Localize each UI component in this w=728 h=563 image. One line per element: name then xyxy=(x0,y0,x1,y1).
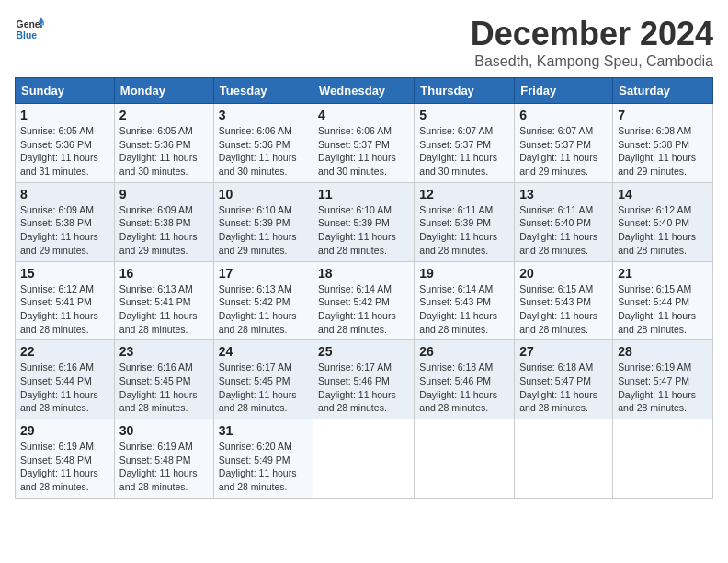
calendar-week-row: 29Sunrise: 6:19 AMSunset: 5:48 PMDayligh… xyxy=(16,419,713,499)
calendar-cell xyxy=(313,419,415,499)
day-number: 27 xyxy=(519,344,608,359)
calendar-cell: 6Sunrise: 6:07 AMSunset: 5:37 PMDaylight… xyxy=(515,104,613,183)
day-info: Sunrise: 6:12 AMSunset: 5:40 PMDaylight:… xyxy=(618,203,708,258)
calendar-week-row: 1Sunrise: 6:05 AMSunset: 5:36 PMDaylight… xyxy=(16,104,713,183)
calendar-cell: 24Sunrise: 6:17 AMSunset: 5:45 PMDayligh… xyxy=(213,340,313,419)
day-number: 23 xyxy=(119,344,209,359)
day-info: Sunrise: 6:07 AMSunset: 5:37 PMDaylight:… xyxy=(519,124,608,178)
calendar-week-row: 22Sunrise: 6:16 AMSunset: 5:44 PMDayligh… xyxy=(16,340,713,419)
day-header-monday: Monday xyxy=(114,78,213,104)
day-info: Sunrise: 6:05 AMSunset: 5:36 PMDaylight:… xyxy=(20,124,109,178)
calendar-cell: 13Sunrise: 6:11 AMSunset: 5:40 PMDayligh… xyxy=(515,182,613,261)
day-number: 3 xyxy=(219,108,308,122)
day-number: 11 xyxy=(318,187,409,201)
day-info: Sunrise: 6:09 AMSunset: 5:38 PMDaylight:… xyxy=(119,203,209,258)
page-header: General Blue December 2024 Basedth, Kamp… xyxy=(15,15,713,70)
calendar-cell: 31Sunrise: 6:20 AMSunset: 5:49 PMDayligh… xyxy=(213,419,313,499)
day-info: Sunrise: 6:11 AMSunset: 5:39 PMDaylight:… xyxy=(419,203,509,258)
calendar-cell: 10Sunrise: 6:10 AMSunset: 5:39 PMDayligh… xyxy=(213,182,313,261)
day-number: 21 xyxy=(618,266,708,281)
svg-text:Blue: Blue xyxy=(17,30,38,40)
calendar-cell: 20Sunrise: 6:15 AMSunset: 5:43 PMDayligh… xyxy=(515,261,613,340)
calendar-cell: 19Sunrise: 6:14 AMSunset: 5:43 PMDayligh… xyxy=(415,261,515,340)
day-info: Sunrise: 6:19 AMSunset: 5:48 PMDaylight:… xyxy=(20,440,109,494)
day-number: 16 xyxy=(119,266,209,281)
day-info: Sunrise: 6:20 AMSunset: 5:49 PMDaylight:… xyxy=(219,440,308,494)
calendar-cell: 4Sunrise: 6:06 AMSunset: 5:37 PMDaylight… xyxy=(313,104,415,183)
day-number: 1 xyxy=(20,108,109,122)
day-number: 15 xyxy=(20,266,109,281)
day-info: Sunrise: 6:08 AMSunset: 5:38 PMDaylight:… xyxy=(618,124,708,178)
day-info: Sunrise: 6:11 AMSunset: 5:40 PMDaylight:… xyxy=(519,203,608,258)
calendar-cell: 25Sunrise: 6:17 AMSunset: 5:46 PMDayligh… xyxy=(313,340,415,419)
calendar-cell: 23Sunrise: 6:16 AMSunset: 5:45 PMDayligh… xyxy=(114,340,213,419)
calendar-cell: 8Sunrise: 6:09 AMSunset: 5:38 PMDaylight… xyxy=(16,182,115,261)
calendar-cell: 15Sunrise: 6:12 AMSunset: 5:41 PMDayligh… xyxy=(16,261,115,340)
day-header-tuesday: Tuesday xyxy=(213,78,313,104)
day-number: 2 xyxy=(119,108,209,122)
day-number: 29 xyxy=(20,423,109,438)
day-header-wednesday: Wednesday xyxy=(313,78,415,104)
day-number: 18 xyxy=(318,266,409,281)
day-number: 8 xyxy=(20,187,109,201)
day-info: Sunrise: 6:10 AMSunset: 5:39 PMDaylight:… xyxy=(318,203,409,258)
calendar-cell: 27Sunrise: 6:18 AMSunset: 5:47 PMDayligh… xyxy=(515,340,613,419)
calendar-cell: 30Sunrise: 6:19 AMSunset: 5:48 PMDayligh… xyxy=(114,419,213,499)
day-number: 9 xyxy=(119,187,209,201)
calendar-cell: 21Sunrise: 6:15 AMSunset: 5:44 PMDayligh… xyxy=(613,261,713,340)
day-info: Sunrise: 6:18 AMSunset: 5:46 PMDaylight:… xyxy=(419,361,509,415)
day-info: Sunrise: 6:14 AMSunset: 5:42 PMDaylight:… xyxy=(318,282,409,337)
title-block: December 2024 Basedth, Kampong Speu, Cam… xyxy=(471,15,713,70)
calendar-cell xyxy=(415,419,515,499)
location-title: Basedth, Kampong Speu, Cambodia xyxy=(471,53,713,70)
calendar-cell: 2Sunrise: 6:05 AMSunset: 5:36 PMDaylight… xyxy=(114,104,213,183)
logo-icon: General Blue xyxy=(15,15,44,44)
day-info: Sunrise: 6:17 AMSunset: 5:46 PMDaylight:… xyxy=(318,361,409,415)
day-info: Sunrise: 6:16 AMSunset: 5:44 PMDaylight:… xyxy=(20,361,109,415)
calendar-cell: 17Sunrise: 6:13 AMSunset: 5:42 PMDayligh… xyxy=(213,261,313,340)
calendar-cell: 26Sunrise: 6:18 AMSunset: 5:46 PMDayligh… xyxy=(415,340,515,419)
day-info: Sunrise: 6:13 AMSunset: 5:41 PMDaylight:… xyxy=(119,282,209,337)
calendar-cell xyxy=(515,419,613,499)
day-number: 20 xyxy=(519,266,608,281)
calendar-cell: 29Sunrise: 6:19 AMSunset: 5:48 PMDayligh… xyxy=(16,419,115,499)
day-info: Sunrise: 6:14 AMSunset: 5:43 PMDaylight:… xyxy=(419,282,509,337)
day-header-sunday: Sunday xyxy=(16,78,115,104)
day-info: Sunrise: 6:17 AMSunset: 5:45 PMDaylight:… xyxy=(219,361,308,415)
day-info: Sunrise: 6:16 AMSunset: 5:45 PMDaylight:… xyxy=(119,361,209,415)
day-info: Sunrise: 6:05 AMSunset: 5:36 PMDaylight:… xyxy=(119,124,209,178)
day-number: 13 xyxy=(519,187,608,201)
day-number: 25 xyxy=(318,344,409,359)
day-number: 24 xyxy=(219,344,308,359)
calendar-table: SundayMondayTuesdayWednesdayThursdayFrid… xyxy=(15,77,713,499)
day-info: Sunrise: 6:09 AMSunset: 5:38 PMDaylight:… xyxy=(20,203,109,258)
day-header-thursday: Thursday xyxy=(415,78,515,104)
day-number: 5 xyxy=(419,108,509,122)
calendar-cell: 9Sunrise: 6:09 AMSunset: 5:38 PMDaylight… xyxy=(114,182,213,261)
calendar-week-row: 15Sunrise: 6:12 AMSunset: 5:41 PMDayligh… xyxy=(16,261,713,340)
day-number: 17 xyxy=(219,266,308,281)
month-title: December 2024 xyxy=(471,15,713,53)
day-number: 31 xyxy=(219,423,308,438)
calendar-cell: 14Sunrise: 6:12 AMSunset: 5:40 PMDayligh… xyxy=(613,182,713,261)
day-info: Sunrise: 6:19 AMSunset: 5:47 PMDaylight:… xyxy=(618,361,708,415)
calendar-cell xyxy=(613,419,713,499)
calendar-cell: 22Sunrise: 6:16 AMSunset: 5:44 PMDayligh… xyxy=(16,340,115,419)
calendar-cell: 7Sunrise: 6:08 AMSunset: 5:38 PMDaylight… xyxy=(613,104,713,183)
day-number: 22 xyxy=(20,344,109,359)
day-number: 10 xyxy=(219,187,308,201)
day-info: Sunrise: 6:19 AMSunset: 5:48 PMDaylight:… xyxy=(119,440,209,494)
day-number: 28 xyxy=(618,344,708,359)
day-info: Sunrise: 6:10 AMSunset: 5:39 PMDaylight:… xyxy=(219,203,308,258)
day-number: 26 xyxy=(419,344,509,359)
day-info: Sunrise: 6:06 AMSunset: 5:37 PMDaylight:… xyxy=(318,124,409,178)
calendar-cell: 28Sunrise: 6:19 AMSunset: 5:47 PMDayligh… xyxy=(613,340,713,419)
day-info: Sunrise: 6:07 AMSunset: 5:37 PMDaylight:… xyxy=(419,124,509,178)
day-number: 4 xyxy=(318,108,409,122)
day-number: 19 xyxy=(419,266,509,281)
calendar-week-row: 8Sunrise: 6:09 AMSunset: 5:38 PMDaylight… xyxy=(16,182,713,261)
day-number: 14 xyxy=(618,187,708,201)
calendar-cell: 11Sunrise: 6:10 AMSunset: 5:39 PMDayligh… xyxy=(313,182,415,261)
calendar-header-row: SundayMondayTuesdayWednesdayThursdayFrid… xyxy=(16,78,713,104)
day-info: Sunrise: 6:15 AMSunset: 5:44 PMDaylight:… xyxy=(618,282,708,337)
